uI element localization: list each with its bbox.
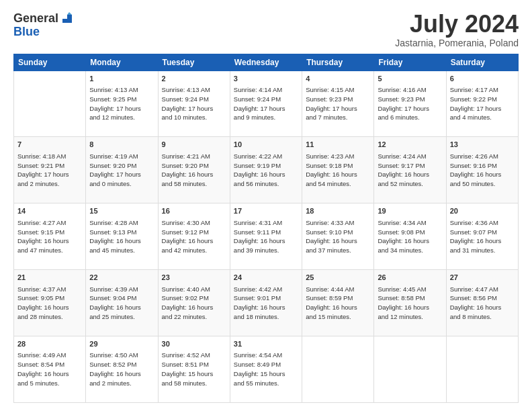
day-info: Sunrise: 4:21 AM Sunset: 9:20 PM Dayligh… [162, 152, 226, 189]
table-row: 9Sunrise: 4:21 AM Sunset: 9:20 PM Daylig… [158, 137, 230, 203]
day-number: 15 [89, 206, 154, 216]
day-number: 5 [378, 74, 442, 84]
day-number: 16 [162, 206, 226, 216]
day-number: 23 [162, 273, 226, 283]
table-row: 15Sunrise: 4:28 AM Sunset: 9:13 PM Dayli… [86, 203, 158, 270]
day-info: Sunrise: 4:17 AM Sunset: 9:22 PM Dayligh… [450, 85, 515, 122]
day-info: Sunrise: 4:42 AM Sunset: 9:01 PM Dayligh… [234, 285, 298, 322]
svg-marker-1 [67, 12, 72, 15]
day-info: Sunrise: 4:31 AM Sunset: 9:11 PM Dayligh… [234, 218, 298, 255]
day-info: Sunrise: 4:50 AM Sunset: 8:52 PM Dayligh… [89, 351, 154, 387]
header: General Blue July 2024 Jastarnia, Pomera… [13, 11, 519, 48]
table-row: 3Sunrise: 4:14 AM Sunset: 9:24 PM Daylig… [230, 71, 302, 137]
col-tuesday: Tuesday [158, 54, 230, 71]
table-row [446, 336, 518, 403]
table-row: 12Sunrise: 4:24 AM Sunset: 9:17 PM Dayli… [374, 137, 446, 203]
day-info: Sunrise: 4:40 AM Sunset: 9:02 PM Dayligh… [162, 285, 226, 322]
day-info: Sunrise: 4:52 AM Sunset: 8:51 PM Dayligh… [162, 351, 226, 387]
day-info: Sunrise: 4:16 AM Sunset: 9:23 PM Dayligh… [378, 85, 442, 122]
table-row: 25Sunrise: 4:44 AM Sunset: 8:59 PM Dayli… [302, 270, 374, 336]
table-row: 1Sunrise: 4:13 AM Sunset: 9:25 PM Daylig… [86, 71, 158, 137]
table-row [374, 336, 446, 403]
day-number: 24 [234, 273, 298, 283]
day-number: 17 [234, 206, 298, 216]
table-row: 5Sunrise: 4:16 AM Sunset: 9:23 PM Daylig… [374, 71, 446, 137]
logo-text-general: General [13, 12, 58, 24]
day-number: 9 [162, 140, 226, 150]
day-number: 21 [17, 273, 82, 283]
day-info: Sunrise: 4:44 AM Sunset: 8:59 PM Dayligh… [306, 285, 370, 322]
day-info: Sunrise: 4:13 AM Sunset: 9:25 PM Dayligh… [89, 85, 154, 122]
day-info: Sunrise: 4:19 AM Sunset: 9:20 PM Dayligh… [89, 152, 154, 189]
table-row: 18Sunrise: 4:33 AM Sunset: 9:10 PM Dayli… [302, 203, 374, 270]
day-info: Sunrise: 4:34 AM Sunset: 9:08 PM Dayligh… [378, 218, 442, 255]
logo: General Blue [13, 11, 75, 38]
table-row: 10Sunrise: 4:22 AM Sunset: 9:19 PM Dayli… [230, 137, 302, 203]
day-number: 31 [234, 339, 298, 349]
day-number: 3 [234, 74, 298, 84]
calendar-week-2: 7Sunrise: 4:18 AM Sunset: 9:21 PM Daylig… [14, 137, 519, 203]
logo-text-blue: Blue [13, 26, 40, 38]
col-monday: Monday [86, 54, 158, 71]
day-info: Sunrise: 4:15 AM Sunset: 9:23 PM Dayligh… [306, 85, 370, 122]
day-number: 30 [162, 339, 226, 349]
day-number: 6 [450, 74, 515, 84]
day-number: 11 [306, 140, 370, 150]
calendar: Sunday Monday Tuesday Wednesday Thursday… [13, 54, 519, 403]
table-row: 2Sunrise: 4:13 AM Sunset: 9:24 PM Daylig… [158, 71, 230, 137]
svg-marker-0 [62, 15, 72, 23]
table-row: 23Sunrise: 4:40 AM Sunset: 9:02 PM Dayli… [158, 270, 230, 336]
main-title: July 2024 [395, 11, 519, 38]
table-row: 29Sunrise: 4:50 AM Sunset: 8:52 PM Dayli… [86, 336, 158, 403]
table-row: 24Sunrise: 4:42 AM Sunset: 9:01 PM Dayli… [230, 270, 302, 336]
table-row: 14Sunrise: 4:27 AM Sunset: 9:15 PM Dayli… [14, 203, 86, 270]
day-number: 8 [89, 140, 154, 150]
table-row [302, 336, 374, 403]
table-row: 4Sunrise: 4:15 AM Sunset: 9:23 PM Daylig… [302, 71, 374, 137]
col-friday: Friday [374, 54, 446, 71]
day-info: Sunrise: 4:37 AM Sunset: 9:05 PM Dayligh… [17, 285, 82, 322]
table-row: 17Sunrise: 4:31 AM Sunset: 9:11 PM Dayli… [230, 203, 302, 270]
table-row: 6Sunrise: 4:17 AM Sunset: 9:22 PM Daylig… [446, 71, 518, 137]
day-info: Sunrise: 4:33 AM Sunset: 9:10 PM Dayligh… [306, 218, 370, 255]
calendar-week-1: 1Sunrise: 4:13 AM Sunset: 9:25 PM Daylig… [14, 71, 519, 137]
table-row [14, 71, 86, 137]
day-info: Sunrise: 4:30 AM Sunset: 9:12 PM Dayligh… [162, 218, 226, 255]
col-thursday: Thursday [302, 54, 374, 71]
day-number: 1 [89, 74, 154, 84]
calendar-week-5: 28Sunrise: 4:49 AM Sunset: 8:54 PM Dayli… [14, 336, 519, 403]
day-info: Sunrise: 4:47 AM Sunset: 8:56 PM Dayligh… [450, 285, 515, 322]
calendar-week-4: 21Sunrise: 4:37 AM Sunset: 9:05 PM Dayli… [14, 270, 519, 336]
day-info: Sunrise: 4:23 AM Sunset: 9:18 PM Dayligh… [306, 152, 370, 189]
day-number: 10 [234, 140, 298, 150]
table-row: 26Sunrise: 4:45 AM Sunset: 8:58 PM Dayli… [374, 270, 446, 336]
day-info: Sunrise: 4:39 AM Sunset: 9:04 PM Dayligh… [89, 285, 154, 322]
col-saturday: Saturday [446, 54, 518, 71]
subtitle: Jastarnia, Pomerania, Poland [395, 38, 519, 48]
day-info: Sunrise: 4:36 AM Sunset: 9:07 PM Dayligh… [450, 218, 515, 255]
day-number: 26 [378, 273, 442, 283]
day-info: Sunrise: 4:26 AM Sunset: 9:16 PM Dayligh… [450, 152, 515, 189]
col-wednesday: Wednesday [230, 54, 302, 71]
table-row: 20Sunrise: 4:36 AM Sunset: 9:07 PM Dayli… [446, 203, 518, 270]
day-info: Sunrise: 4:45 AM Sunset: 8:58 PM Dayligh… [378, 285, 442, 322]
table-row: 28Sunrise: 4:49 AM Sunset: 8:54 PM Dayli… [14, 336, 86, 403]
day-info: Sunrise: 4:49 AM Sunset: 8:54 PM Dayligh… [17, 351, 82, 387]
day-number: 20 [450, 206, 515, 216]
day-number: 25 [306, 273, 370, 283]
day-number: 27 [450, 273, 515, 283]
day-number: 14 [17, 206, 82, 216]
day-info: Sunrise: 4:27 AM Sunset: 9:15 PM Dayligh… [17, 218, 82, 255]
day-number: 7 [17, 140, 82, 150]
day-number: 2 [162, 74, 226, 84]
day-number: 13 [450, 140, 515, 150]
day-info: Sunrise: 4:13 AM Sunset: 9:24 PM Dayligh… [162, 85, 226, 122]
logo-icon [60, 11, 75, 26]
day-number: 29 [89, 339, 154, 349]
table-row: 22Sunrise: 4:39 AM Sunset: 9:04 PM Dayli… [86, 270, 158, 336]
table-row: 30Sunrise: 4:52 AM Sunset: 8:51 PM Dayli… [158, 336, 230, 403]
table-row: 27Sunrise: 4:47 AM Sunset: 8:56 PM Dayli… [446, 270, 518, 336]
col-sunday: Sunday [14, 54, 86, 71]
day-number: 19 [378, 206, 442, 216]
day-info: Sunrise: 4:14 AM Sunset: 9:24 PM Dayligh… [234, 85, 298, 122]
